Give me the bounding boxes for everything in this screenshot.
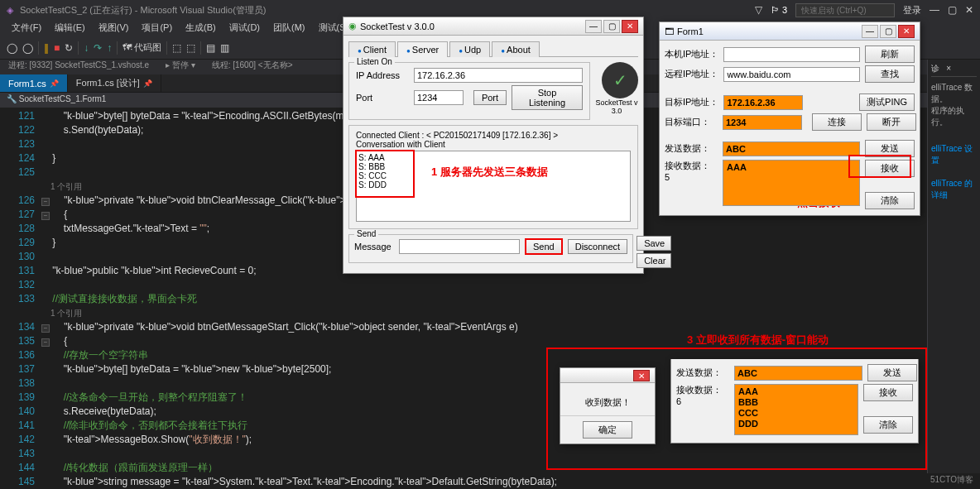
disconnect-btn[interactable]: 断开 — [867, 113, 916, 131]
tb-x1[interactable]: ⬚ — [172, 42, 181, 54]
min-btn[interactable]: — — [862, 25, 878, 38]
ip-input[interactable] — [414, 68, 583, 83]
recv-btn[interactable]: 接收 — [863, 384, 913, 401]
close-btn[interactable]: ✕ — [622, 20, 638, 33]
form1-snippet: 发送数据：发送 接收数据： 6 AAA BBB CCC DDD 接收 清除 — [670, 359, 919, 443]
connect-btn[interactable]: 连接 — [812, 113, 862, 131]
recv-data-box[interactable]: AAA — [723, 160, 860, 206]
fwd-icon[interactable]: ◯ — [22, 42, 33, 54]
stop-listening-btn[interactable]: Stop Listening — [512, 85, 583, 110]
annotation-1: 1 服务器先发送三条数据 — [431, 165, 548, 180]
target-ip-input[interactable] — [723, 95, 803, 110]
port-input[interactable] — [414, 90, 464, 105]
save-btn[interactable]: Save — [637, 236, 671, 251]
remote-ip-input[interactable] — [723, 67, 860, 82]
close-btn[interactable]: ✕ — [898, 25, 915, 38]
suspend-label[interactable]: ▸ 暂停 ▾ — [166, 60, 195, 74]
pin-icon[interactable]: 📌 — [143, 79, 152, 88]
messagebox-window: ✕ 收到数据！ 确定 — [560, 367, 656, 444]
sockettest-titlebar[interactable]: ◉ SocketTest v 3.0.0 — ▢ ✕ — [343, 17, 643, 36]
port-btn[interactable]: Port — [473, 90, 507, 105]
target-port-input[interactable] — [723, 115, 802, 130]
sockettest-window: ◉ SocketTest v 3.0.0 — ▢ ✕ ●Client ●Serv… — [343, 17, 644, 274]
minimize-icon[interactable]: — — [930, 4, 939, 16]
send-btn[interactable]: Send — [525, 238, 563, 255]
codemap-btn[interactable]: 🗺 代码图 — [122, 41, 161, 54]
ok-button[interactable]: 确定 — [583, 421, 632, 439]
max-btn[interactable]: ▢ — [880, 25, 896, 38]
back-icon[interactable]: ◯ — [7, 42, 17, 54]
line-gutter: 121122123124125 126127128129130131132133… — [0, 108, 41, 489]
close-btn[interactable]: ✕ — [633, 370, 650, 381]
connected-client-label: Connected Client : < PC201502171409 [172… — [356, 131, 631, 140]
quick-launch-input[interactable] — [795, 3, 895, 17]
login-link[interactable]: 登录 — [903, 4, 921, 17]
recv-data-box[interactable]: AAA BBB CCC DDD — [734, 384, 858, 435]
tab-server[interactable]: ●Server — [397, 41, 448, 57]
message-input[interactable] — [399, 239, 520, 254]
tab-form1-cs[interactable]: Form1.cs📌 — [0, 74, 68, 92]
pin-icon[interactable]: 📌 — [50, 79, 59, 88]
min-btn[interactable]: — — [585, 20, 602, 33]
disconnect-btn[interactable]: Disconnect — [568, 239, 627, 254]
notif-icon[interactable]: ▽ — [755, 4, 762, 16]
tb-y1[interactable]: ▤ — [206, 42, 215, 54]
menu-project[interactable]: 项目(P) — [137, 20, 177, 36]
listen-on-label: Listen On — [354, 57, 395, 66]
clear-btn[interactable]: Clear — [637, 253, 671, 268]
sockettest-title: SocketTest v 3.0.0 — [360, 22, 585, 31]
tab-client[interactable]: ●Client — [348, 41, 396, 57]
tab-about[interactable]: ●About — [492, 41, 540, 57]
form1-title: Form1 — [677, 26, 862, 36]
vs-logo-icon: ◈ — [7, 5, 13, 16]
maximize-icon[interactable]: ▢ — [948, 4, 957, 16]
clear-btn[interactable]: 清除 — [865, 192, 915, 209]
conversation-box[interactable]: S: AAA S: BBB S: CCC S: DDD 1 服务器先发送三条数据 — [356, 151, 631, 222]
conversation-label: Conversation with Client — [356, 140, 631, 149]
form-icon: 🗔 — [665, 26, 674, 36]
menu-file[interactable]: 文件(F) — [7, 20, 46, 36]
vs-title: SocketTestCS_2 (正在运行) - Microsoft Visual… — [20, 4, 755, 17]
tab-form1-design[interactable]: Form1.cs [设计]📌 — [68, 74, 161, 92]
form1-window: 🗔 Form1 — ▢ ✕ 本机IP地址：刷新 远程IP地址：查找 目标IP地址… — [659, 22, 920, 216]
restart-icon[interactable]: ↻ — [65, 42, 73, 54]
form1-titlebar[interactable]: 🗔 Form1 — ▢ ✕ — [660, 22, 920, 41]
menu-team[interactable]: 团队(M) — [268, 20, 310, 36]
step-out-icon[interactable]: ↑ — [107, 42, 112, 54]
thread-label: 线程: [1600] <无名称> — [212, 60, 293, 74]
send-btn[interactable]: 发送 — [867, 364, 917, 381]
send-data-input[interactable] — [723, 141, 860, 156]
lookup-btn[interactable]: 查找 — [865, 65, 915, 83]
pause-icon[interactable]: ‖ — [44, 42, 49, 54]
tab-udp[interactable]: ●Udp — [449, 41, 490, 57]
ping-btn[interactable]: 测试PING — [859, 93, 915, 111]
diag-header[interactable]: 诊 × — [931, 63, 977, 77]
diagnostics-panel: 诊 × elliTrace 数据。 程序的执行。 elliTrace 设置 el… — [927, 60, 980, 473]
msgbox-titlebar[interactable]: ✕ — [560, 368, 655, 383]
send-data-input[interactable] — [734, 366, 862, 381]
local-ip-input[interactable] — [723, 47, 860, 62]
recv-count: 6 — [676, 396, 681, 406]
close-icon[interactable]: ✕ — [965, 4, 973, 16]
refresh-btn[interactable]: 刷新 — [865, 46, 915, 63]
menu-edit[interactable]: 编辑(E) — [50, 20, 90, 36]
step-over-icon[interactable]: ↷ — [94, 42, 102, 54]
max-btn[interactable]: ▢ — [603, 20, 620, 33]
notif-flag-icon[interactable]: 🏳 3 — [771, 5, 787, 15]
tb-x2[interactable]: ⬚ — [186, 42, 195, 54]
menu-debug[interactable]: 调试(D) — [224, 20, 265, 36]
menu-view[interactable]: 视图(V) — [94, 20, 134, 36]
intellitrace-detail-link[interactable]: elliTrace 的详细 — [931, 178, 977, 201]
process-label: 进程: [9332] SocketTestCS_1.vshost.e — [8, 60, 149, 74]
menu-build[interactable]: 生成(B) — [180, 20, 221, 36]
sockettest-logo-icon: ✓ — [602, 62, 638, 98]
intellitrace-settings-link[interactable]: elliTrace 设置 — [931, 143, 977, 166]
stop-icon[interactable]: ■ — [54, 42, 60, 54]
watermark: 51CTO博客 — [930, 474, 973, 486]
step-into-icon[interactable]: ↓ — [84, 42, 89, 54]
annotation-3: 3 立即收到所有数据-窗口能动 — [687, 333, 829, 348]
tb-y2[interactable]: ▥ — [220, 42, 229, 54]
recv-count: 5 — [665, 172, 670, 182]
clear-btn[interactable]: 清除 — [863, 416, 913, 434]
app-icon: ◉ — [348, 21, 357, 31]
